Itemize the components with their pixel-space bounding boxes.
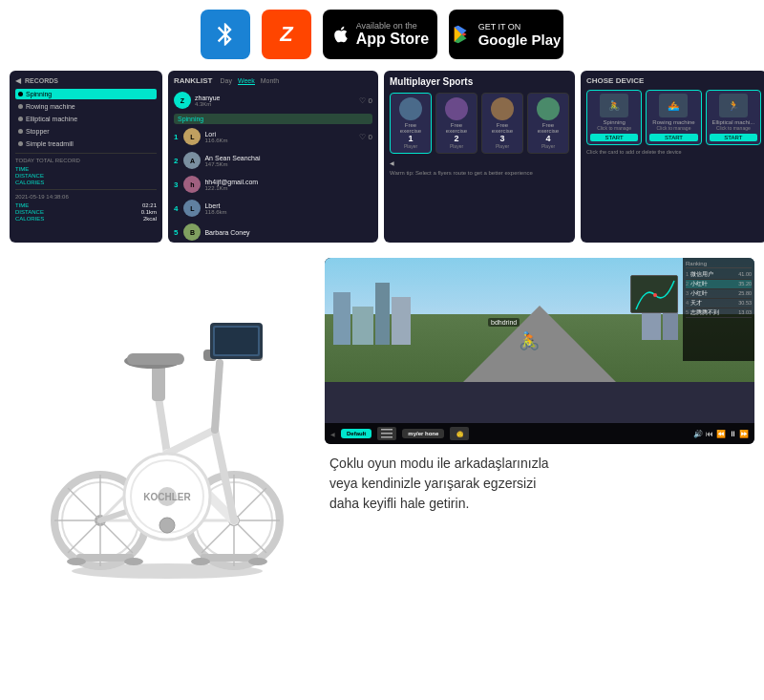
svg-rect-21 [152, 363, 165, 401]
mp-card-4[interactable]: Free exercise 4 Player [527, 93, 569, 154]
svg-rect-50 [381, 436, 393, 438]
ranklist-row-4: 4 L Lbert 118.6km [174, 198, 372, 219]
svg-line-19 [167, 430, 215, 454]
records-rowing-item[interactable]: Rowing machine [15, 101, 157, 112]
ranklist-screen: RANKLIST Day Week Month Z zhanyue 4.3Km … [168, 71, 378, 243]
svg-point-44 [191, 558, 210, 565]
top-bar: Z Available on the App Store GET IT ON G… [0, 0, 764, 67]
mp-card-3[interactable]: Free exercise 3 Player [481, 93, 523, 154]
ranking-row-5: 5 志腾腾不到 13.03 [686, 308, 752, 318]
choose-device-screen: CHOSE DEVICE 🚴 Spinning Click to manage … [581, 71, 764, 243]
rowing-start-btn[interactable]: START [649, 134, 697, 141]
svg-rect-48 [381, 429, 393, 431]
choose-tip: Click the card to add or delete the devi… [586, 149, 761, 155]
ranklist-avatar-3: h [183, 176, 201, 193]
input-btn[interactable]: my/er hone [402, 429, 444, 438]
records-spinning-item[interactable]: Spinning [15, 89, 157, 99]
svg-line-24 [215, 363, 220, 430]
choose-rowing-card[interactable]: 🚣 Rowing machine Click to manage START [646, 90, 701, 145]
ranklist-tab-month[interactable]: Month [261, 77, 279, 85]
bluetooth-icon [201, 10, 250, 59]
game-ranking-panel: Ranking 1 微信用户 41.00 2 小红叶 35.20 3 小红叶 [683, 258, 754, 361]
googleplay-button[interactable]: GET IT ON Google Play [449, 10, 563, 59]
svg-rect-23 [127, 353, 184, 365]
ranklist-row-1: 1 L Lori 116.6Km ♡ 0 [174, 126, 372, 147]
volume-icon[interactable]: 🔊 [693, 430, 703, 438]
ranking-row-4: 4 天才 30.53 [686, 299, 752, 308]
svg-point-43 [124, 558, 143, 565]
rewind-icon[interactable]: ⏪ [716, 430, 726, 438]
records-treadmill-item[interactable]: Simple treadmill [15, 138, 157, 149]
ranklist-avatar-1: L [183, 128, 201, 145]
bike-svg: KOCHLER [24, 267, 310, 583]
today-total-label: TODAY TOTAL RECORD [15, 158, 157, 163]
ranklist-avatar-2: A [183, 152, 201, 169]
records-stopper-item[interactable]: Stopper [15, 126, 157, 137]
ranklist-avatar-5: B [183, 223, 201, 241]
game-bottom-bar: ◀ Default my/er hone 🙂 🔊 ⏮ ⏪ ⏸ ⏩ [325, 423, 754, 444]
spinning-start-btn[interactable]: START [590, 134, 638, 141]
game-screenshot: Distance 0.11 Time 00:35 Calorie 1 53.1 [325, 258, 754, 444]
main-area: KOCHLER Distance 0.11 Time [0, 248, 764, 583]
records-screen: ◀ RECORDS Spinning Rowing machine Ellipt… [10, 71, 162, 243]
ranklist-avatar-4: L [183, 200, 201, 217]
ranking-row-1: 1 微信用户 41.00 [686, 270, 752, 280]
smiley-btn[interactable]: 🙂 [450, 427, 469, 440]
prev-track-icon[interactable]: ⏮ [706, 430, 713, 438]
mp-card-2[interactable]: Free exercise 2 Player [435, 93, 478, 154]
screenshots-row: ◀ RECORDS Spinning Rowing machine Ellipt… [0, 71, 764, 243]
ranklist-row-active: Z zhanyue 4.3Km ♡ 0 [174, 90, 372, 111]
ranklist-tab-day[interactable]: Day [220, 77, 231, 85]
menu-icon[interactable] [377, 427, 396, 440]
player-name: bdhdrind [488, 318, 520, 327]
fastforward-icon[interactable]: ⏩ [739, 430, 749, 438]
description-text: Çoklu oyun modu ile arkadaşlarınızla vey… [325, 454, 754, 514]
svg-point-45 [248, 558, 267, 565]
zwift-icon: Z [262, 10, 311, 59]
svg-point-38 [159, 518, 175, 533]
choose-spinning-card[interactable]: 🚴 Spinning Click to manage START [586, 90, 642, 145]
svg-text:KOCHLER: KOCHLER [143, 492, 191, 502]
multiplayer-screen: Multiplayer Sports Free exercise 1 Playe… [384, 71, 575, 243]
mp-card-1[interactable]: Free exercise 1 Player [390, 93, 432, 154]
ranklist-row-3: 3 h hh4ijf@gmail.com 122.1Km [174, 174, 372, 195]
bike-container: KOCHLER [10, 258, 325, 583]
ranking-row-2: 2 小红叶 35.20 [686, 280, 752, 289]
pause-icon[interactable]: ⏸ [729, 430, 736, 438]
svg-point-47 [653, 293, 657, 297]
ranklist-row-5: 5 B Barbara Coney [174, 222, 372, 243]
default-btn[interactable]: Default [341, 429, 371, 438]
choose-elliptical-card[interactable]: 🏃 Elliptical machi... Click to manage ST… [706, 90, 761, 145]
svg-rect-49 [381, 433, 393, 435]
ranklist-avatar-mine: Z [174, 92, 191, 109]
svg-point-42 [67, 558, 86, 565]
right-side: Distance 0.11 Time 00:35 Calorie 1 53.1 [325, 258, 754, 583]
svg-rect-30 [215, 328, 258, 354]
elliptical-start-btn[interactable]: START [710, 134, 757, 141]
ranking-row-3: 3 小红叶 25.80 [686, 289, 752, 299]
appstore-button[interactable]: Available on the App Store [323, 10, 437, 59]
records-elliptical-item[interactable]: Elliptical machine [15, 114, 157, 124]
spinning-active: Spinning [174, 114, 372, 124]
ranklist-tab-week[interactable]: Week [238, 77, 255, 85]
ranklist-row-2: 2 A An Sean Seanchai 147.5Km [174, 150, 372, 171]
